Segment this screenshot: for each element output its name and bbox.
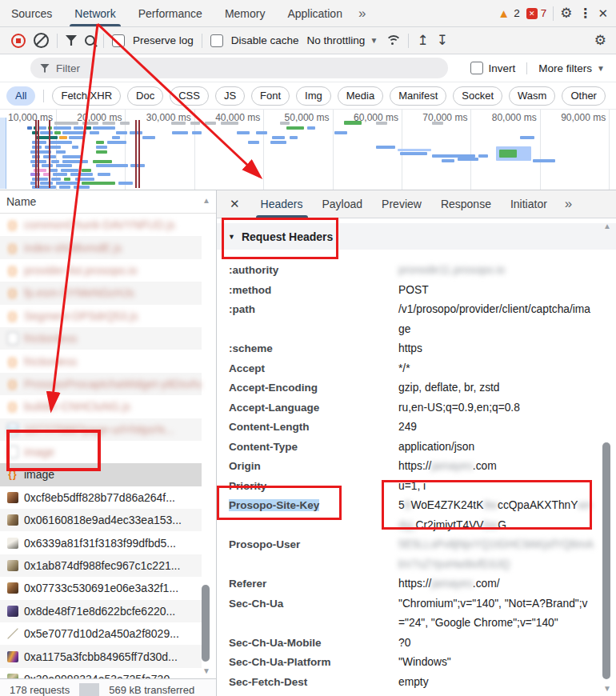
invert-checkbox[interactable] — [470, 62, 483, 74]
request-row[interactable]: 0x07733c530691e06e3a32f1... — [0, 577, 202, 599]
request-name: frictionless — [24, 332, 77, 345]
network-conditions-icon[interactable] — [386, 35, 400, 46]
request-row[interactable]: {}index-sN3BvmdE.js — [0, 236, 202, 258]
chip-img[interactable]: Img — [296, 86, 331, 106]
more-filters-dropdown[interactable]: More filters ▼ — [526, 62, 605, 74]
request-row[interactable]: 0xa1175a3fcbb84965ff7d30d... — [0, 645, 202, 667]
request-row[interactable]: {}image — [0, 463, 202, 486]
request-row[interactable]: 0x1ab874df988fec967c1c221... — [0, 554, 202, 577]
record-network-log-icon[interactable] — [11, 34, 26, 48]
tab-network[interactable]: Network — [63, 1, 126, 26]
request-row[interactable]: {}frictionless — [0, 350, 202, 372]
error-icon[interactable]: ✕ — [526, 8, 538, 19]
disable-cache-checkbox[interactable] — [210, 34, 223, 47]
request-name: 0x07733c530691e06e3a32f1... — [24, 582, 178, 594]
chip-other[interactable]: Other — [562, 86, 606, 106]
waterfall-bar — [62, 155, 82, 158]
clear-network-log-icon[interactable] — [34, 33, 49, 48]
chip-doc[interactable]: Doc — [127, 86, 163, 106]
request-type-icon — [6, 423, 19, 435]
details-tab-headers[interactable]: Headers — [251, 191, 313, 218]
request-row[interactable]: 0x8de48f71e8d622bcfe6220... — [0, 600, 202, 622]
chip-font[interactable]: Font — [251, 86, 290, 106]
close-devtools-icon[interactable]: ✕ — [598, 6, 608, 21]
network-overview-timeline[interactable]: 10,000 ms20,000 ms30,000 ms40,000 ms50,0… — [0, 110, 616, 190]
header-value: https://jamayes.com — [398, 457, 595, 477]
waterfall-bar — [56, 182, 78, 185]
export-har-icon[interactable]: ↧ — [437, 34, 448, 47]
preserve-log-checkbox[interactable] — [112, 34, 125, 47]
preserve-log-label[interactable]: Preserve log — [133, 34, 194, 46]
scroll-down-icon[interactable]: ▼ — [603, 685, 611, 693]
header-value-part: ru,en-US;q=0.9,en;q=0.8 — [398, 402, 520, 414]
scroll-down-icon[interactable]: ▼ — [202, 667, 210, 675]
header-row: Content-Length249 — [229, 418, 595, 438]
tab-sources[interactable]: Sources — [0, 1, 63, 26]
filter-input[interactable]: Filter — [30, 58, 448, 78]
chip-socket[interactable]: Socket — [453, 86, 502, 106]
request-row[interactable]: {}commonChunk-DAVYNFUD.js — [0, 214, 202, 236]
more-options-icon[interactable]: ⋮ — [578, 6, 591, 21]
waterfall-bar — [61, 169, 78, 172]
scrollbar-thumb[interactable] — [202, 585, 210, 662]
scroll-up-icon[interactable]: ▲ — [603, 222, 611, 230]
scroll-up-icon[interactable]: ▲ — [202, 197, 210, 205]
waterfall-bar — [75, 178, 94, 181]
search-icon[interactable] — [85, 35, 95, 46]
request-row[interactable]: 0x6339a81f31f3183f99dfbd5... — [0, 531, 202, 554]
tab-application[interactable]: Application — [276, 1, 354, 26]
request-headers-section[interactable]: ▼ Request Headers — [217, 223, 616, 250]
overview-brush-handle[interactable] — [0, 118, 6, 189]
name-column-header[interactable]: Name — [0, 190, 216, 214]
import-har-icon[interactable]: ↥ — [417, 34, 428, 47]
request-row[interactable]: {}ProsopoProcaptchaWidget-y8DsvhaB... — [0, 373, 202, 395]
filter-toggle-icon[interactable] — [66, 35, 77, 46]
scrollbar-thumb[interactable] — [602, 442, 610, 679]
header-value-part: ?0 — [398, 637, 410, 649]
warning-icon[interactable]: ▲ — [498, 6, 510, 20]
transferred-size: 569 kB transferred — [99, 684, 204, 696]
chip-all[interactable]: All — [6, 86, 35, 106]
settings-gear-icon[interactable]: ⚙ — [560, 6, 572, 20]
chip-css[interactable]: CSS — [170, 86, 209, 106]
chip-manifest[interactable]: Manifest — [390, 86, 446, 106]
header-value: POST — [398, 281, 595, 301]
details-tab-response[interactable]: Response — [431, 191, 501, 218]
network-settings-gear-icon[interactable]: ⚙ — [594, 34, 606, 47]
filter-icon — [40, 64, 50, 73]
waterfall-bar — [376, 146, 395, 149]
waterfall-bar — [478, 154, 488, 158]
request-row[interactable]: 0x06160818e9ad4ec33ea153... — [0, 509, 202, 531]
tab-memory[interactable]: Memory — [214, 1, 277, 26]
request-row[interactable]: {}fp.esm-DYMeNGcHJs — [0, 282, 202, 304]
request-row[interactable]: 0xcf8eb5dff828b77d86a264f... — [0, 486, 202, 509]
request-row[interactable]: frictionless — [0, 327, 202, 350]
chip-wasm[interactable]: Wasm — [509, 86, 555, 106]
details-tab-payload[interactable]: Payload — [313, 191, 373, 218]
waterfall-bar — [307, 126, 315, 130]
tab-performance[interactable]: Performance — [127, 1, 214, 26]
throttling-dropdown[interactable]: No throttling ▼ — [307, 34, 378, 46]
filter-placeholder: Filter — [56, 62, 80, 74]
disable-cache-label[interactable]: Disable cache — [231, 34, 299, 46]
header-name-text: :scheme — [229, 342, 273, 354]
chip-fetchxhr[interactable]: Fetch/XHR — [52, 86, 121, 106]
request-row[interactable]: {}provider-list.prosopo.io — [0, 259, 202, 282]
more-panels-icon[interactable]: » — [354, 6, 370, 22]
request-row[interactable]: {}Segment-DPSdrQ53.js — [0, 305, 202, 327]
header-name: Content-Length — [229, 418, 398, 438]
header-name: Priority — [229, 477, 398, 497]
chip-media[interactable]: Media — [338, 86, 383, 106]
request-row[interactable]: image — [0, 441, 202, 463]
invert-filter[interactable]: Invert — [470, 62, 516, 74]
details-tab-preview[interactable]: Preview — [372, 191, 431, 218]
header-value-part: .com — [473, 460, 497, 472]
details-tab-initiator[interactable]: Initiator — [501, 191, 557, 218]
header-name: Accept-Language — [229, 398, 398, 418]
chip-js[interactable]: JS — [215, 86, 245, 106]
close-details-icon[interactable]: ✕ — [222, 197, 248, 211]
request-row[interactable]: {}builder-CNHCluNG.js — [0, 395, 202, 418]
request-row[interactable]: 0x5e7077d10d2a450a2f8029... — [0, 622, 202, 645]
more-details-tabs-icon[interactable]: » — [560, 196, 577, 212]
request-row[interactable]: 1077/7588?page-url=https%... — [0, 418, 202, 441]
